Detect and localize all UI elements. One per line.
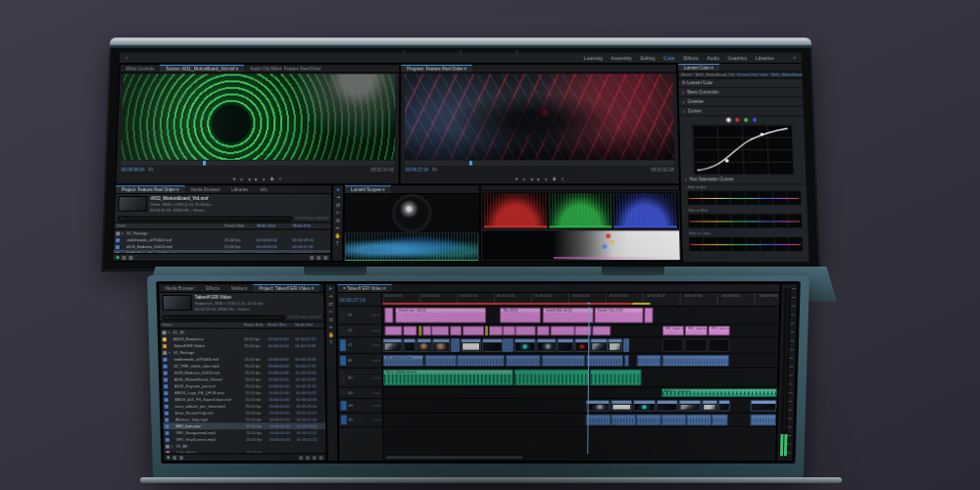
timeline-clip[interactable] (432, 326, 450, 336)
new-item-icon[interactable] (313, 456, 317, 460)
program-scrubber[interactable] (405, 161, 675, 166)
media-list-item[interactable]: ASUS_Logo_FB_QFCB.mov 25.00 fps 00:00:00… (162, 389, 324, 396)
transport-button-icon[interactable]: « (240, 176, 243, 182)
label-chip[interactable] (163, 330, 167, 334)
hue-curve-strip[interactable] (688, 214, 803, 228)
timeline-clip[interactable] (662, 415, 686, 426)
search-input[interactable]: ⌕ (163, 315, 285, 319)
timeline-clip[interactable] (385, 326, 403, 336)
timeline-clip[interactable] (679, 400, 702, 412)
media-list-item[interactable]: A013_Keynote_pre.mxf 25.00 fps 00:00:00:… (162, 383, 324, 390)
track-header-v2[interactable]: V2 (338, 325, 383, 337)
panel-tab[interactable]: Project: Takeoff ERI Video ≡ (253, 284, 319, 292)
timeline-clip[interactable] (422, 326, 431, 336)
timeline-clip[interactable] (644, 308, 653, 323)
timeline-clip[interactable] (702, 400, 717, 412)
media-list-item[interactable]: SFX_VinylCorrect.mp4 25.00 fps 00:00:00:… (164, 436, 326, 443)
timeline-clip[interactable]: Music_Takeoff_mix.wav (383, 369, 514, 386)
timeline-clip[interactable] (623, 355, 629, 367)
program-zoom-select[interactable]: Fit (432, 168, 437, 172)
time-ruler[interactable]: 00:00:05:0000:00:10:0000:00:15:0000:00:2… (382, 293, 779, 306)
timeline-clip[interactable] (536, 326, 550, 336)
breadcrumb-link[interactable]: Feature Reel Order * A011_MotionBoard_Vi… (737, 74, 803, 77)
timeline-clip[interactable] (575, 338, 590, 352)
label-chip[interactable] (165, 404, 169, 408)
timeline-clip[interactable] (450, 326, 462, 336)
transport-button-icon[interactable]: ▾ (233, 176, 236, 182)
program-tab[interactable]: Program: Feature Reel Order ≡ (401, 65, 472, 73)
media-list-item[interactable]: SFX_Navigational.mp4 25.00 fps 00:00:00:… (163, 429, 325, 436)
new-bin-icon[interactable] (306, 456, 310, 460)
white-channel-dot[interactable] (726, 118, 730, 122)
source-zoom-select[interactable]: Fit (148, 168, 153, 172)
timeline-clip[interactable] (608, 338, 622, 352)
timeline-clip[interactable] (485, 326, 488, 336)
media-list-item[interactable]: stablemode_u075004.mxf 25.00 fps 00:00:0… (114, 236, 330, 243)
tool-icon[interactable]: ⇥ (328, 294, 332, 299)
tool-icon[interactable]: ✂ (336, 211, 340, 216)
search-input[interactable]: ⌕ (118, 216, 292, 220)
transport-button-icon[interactable]: ⌗ (279, 175, 282, 182)
column-headers[interactable]: Name Frame Rate Media Start Media End (160, 321, 323, 329)
track-header-a4[interactable]: A4 (339, 399, 384, 413)
transport-button-icon[interactable]: « (522, 176, 525, 182)
timeline-clip[interactable] (593, 326, 612, 336)
track-header-v3[interactable]: V3 (337, 307, 382, 324)
timeline-clip[interactable] (451, 338, 460, 352)
transport-button-icon[interactable]: ✚ (270, 176, 273, 182)
track-header-a2[interactable]: A2 (338, 368, 383, 387)
hue-sat-header[interactable]: ▾ Hue Saturation Curves (681, 175, 807, 185)
timeline-clip[interactable] (685, 338, 708, 352)
timeline-scrollbar[interactable] (386, 456, 523, 459)
label-chip[interactable] (165, 424, 169, 428)
workspace-tab[interactable]: Graphics (728, 55, 748, 61)
timeline-clip[interactable] (463, 326, 484, 336)
green-channel-dot[interactable] (744, 118, 748, 122)
label-chip[interactable] (164, 364, 168, 368)
timeline-clip[interactable] (751, 400, 777, 412)
workspace-tab[interactable]: Libraries (756, 55, 774, 61)
tool-icon[interactable]: T (329, 340, 332, 345)
overflow-icon[interactable]: » (793, 55, 796, 60)
tool-icon[interactable]: ➤ (336, 187, 340, 192)
workspace-tab[interactable]: Color (663, 55, 675, 61)
column-headers[interactable]: Name Frame Rate Media Start Media End (115, 222, 331, 230)
panel-tab[interactable]: Media Browser (185, 185, 226, 193)
new-bin-icon[interactable] (310, 256, 314, 260)
red-channel-dot[interactable] (735, 118, 739, 122)
label-chip[interactable] (164, 377, 168, 381)
timeline-clip[interactable] (403, 326, 416, 336)
timeline-clip[interactable] (482, 338, 502, 352)
workspace-tab[interactable]: Effects (684, 55, 699, 61)
timeline-clip[interactable] (662, 355, 730, 367)
tool-icon[interactable]: ➤ (328, 286, 332, 291)
icon-view-icon[interactable] (128, 256, 132, 260)
tool-icon[interactable]: ✋ (328, 332, 334, 337)
timeline-clip[interactable] (636, 415, 661, 426)
media-list-item[interactable]: 0626_Bedrava_00023.mxf 25.00 fps 00:00:0… (114, 243, 331, 250)
label-chip[interactable] (116, 245, 120, 249)
timeline-clip[interactable] (416, 338, 431, 352)
automate-sequence-icon[interactable] (299, 456, 303, 460)
label-chip[interactable] (166, 437, 170, 441)
timeline-clip[interactable] (612, 415, 636, 426)
transport-button-icon[interactable]: ◂ (248, 176, 251, 182)
timeline-clip[interactable] (590, 338, 608, 352)
label-chip[interactable] (163, 337, 167, 341)
scopes-tab[interactable]: Lumetri Scopes ≡ (345, 185, 391, 193)
label-chip[interactable] (163, 344, 167, 348)
timeline-clip[interactable] (637, 355, 661, 367)
timeline-clip[interactable] (687, 415, 711, 426)
tool-icon[interactable]: T (336, 241, 339, 246)
lumetri-section-header[interactable]: ▸ Creative (679, 97, 804, 107)
label-chip[interactable] (164, 370, 168, 374)
media-list-item[interactable]: Abstract_loop.mp4 25.00 fps 00:00:00:00 … (163, 416, 325, 423)
media-list-item[interactable]: ▾ 02_Footage (161, 349, 324, 356)
sequence-tab[interactable]: × Takeoff ERI Video ≡ (337, 284, 392, 292)
label-chip[interactable] (116, 238, 120, 242)
tool-icon[interactable]: ✒ (335, 225, 339, 230)
lumetri-section-header[interactable]: ▸ Curves (679, 107, 804, 117)
label-chip[interactable] (166, 444, 170, 448)
timeline-clip[interactable] (718, 400, 730, 412)
media-list-item[interactable]: 02_THE_clutch_clips.mp4 25.00 fps 00:00:… (162, 363, 325, 369)
